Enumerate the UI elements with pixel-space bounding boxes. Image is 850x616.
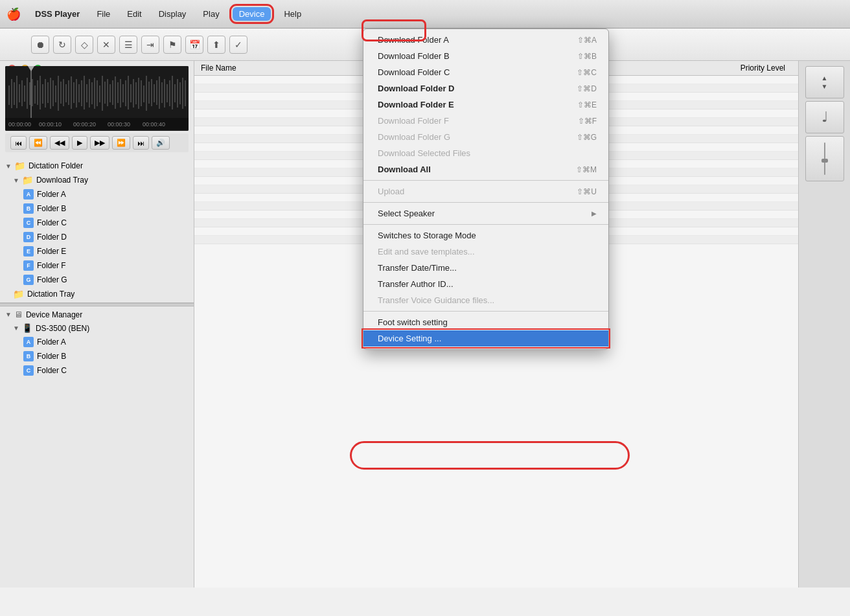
menu-download-folder-a[interactable]: Download Folder A ⇧⌘A xyxy=(363,32,608,48)
menu-download-folder-b[interactable]: Download Folder B ⇧⌘B xyxy=(363,48,608,64)
menu-select-speaker-arrow: ▶ xyxy=(592,210,597,217)
menu-download-folder-g: Download Folder G ⇧⌘G xyxy=(363,129,608,145)
menu-download-folder-a-label: Download Folder A xyxy=(378,35,449,45)
menu-download-folder-b-shortcut: ⇧⌘B xyxy=(577,52,597,61)
menu-download-folder-c-shortcut: ⇧⌘C xyxy=(577,68,597,77)
menu-download-all[interactable]: Download All ⇧⌘M xyxy=(363,161,608,177)
dropdown-overlay: Download Folder A ⇧⌘A Download Folder B … xyxy=(0,0,850,616)
menu-transfer-datetime-label: Transfer Date/Time... xyxy=(378,263,457,273)
menu-transfer-author[interactable]: Transfer Author ID... xyxy=(363,276,608,292)
menu-download-selected-files-label: Download Selected Files xyxy=(378,148,470,158)
menu-download-folder-e-shortcut: ⇧⌘E xyxy=(577,100,597,109)
menu-upload: Upload ⇧⌘U xyxy=(363,183,608,200)
device-dropdown-menu: Download Folder A ⇧⌘A Download Folder B … xyxy=(363,29,609,350)
menu-sep-4 xyxy=(363,311,608,312)
menu-edit-templates: Edit and save templates... xyxy=(363,244,608,260)
menu-transfer-voice: Transfer Voice Guidance files... xyxy=(363,292,608,308)
menu-download-all-shortcut: ⇧⌘M xyxy=(576,165,597,174)
menu-download-folder-c-label: Download Folder C xyxy=(378,67,450,77)
menu-download-folder-f-label: Download Folder F xyxy=(378,116,449,126)
menu-download-folder-g-label: Download Folder G xyxy=(378,132,450,142)
menu-sep-1 xyxy=(363,180,608,181)
menu-edit-templates-label: Edit and save templates... xyxy=(378,247,475,257)
menu-download-all-label: Download All xyxy=(378,165,431,174)
menu-sep-3 xyxy=(363,224,608,225)
menu-sep-2 xyxy=(363,202,608,203)
menu-download-folder-a-shortcut: ⇧⌘A xyxy=(577,36,597,45)
menu-download-folder-d-shortcut: ⇧⌘D xyxy=(577,84,597,93)
menu-transfer-datetime[interactable]: Transfer Date/Time... xyxy=(363,260,608,276)
menu-foot-switch[interactable]: Foot switch setting xyxy=(363,314,608,330)
menu-select-speaker[interactable]: Select Speaker ▶ xyxy=(363,205,608,222)
menu-select-speaker-label: Select Speaker xyxy=(378,209,435,218)
menu-download-folder-e-label: Download Folder E xyxy=(378,100,454,109)
menu-storage-mode-label: Switches to Storage Mode xyxy=(378,231,476,240)
menu-download-selected-files: Download Selected Files xyxy=(363,145,608,161)
menu-upload-label: Upload xyxy=(378,187,404,196)
menu-download-folder-d[interactable]: Download Folder D ⇧⌘D xyxy=(363,80,608,97)
menu-transfer-author-label: Transfer Author ID... xyxy=(378,279,454,289)
menu-device-setting[interactable]: Device Setting ... xyxy=(363,330,608,347)
menu-download-folder-f-shortcut: ⇧⌘F xyxy=(578,117,597,126)
menu-download-folder-e[interactable]: Download Folder E ⇧⌘E xyxy=(363,97,608,113)
menu-device-setting-label: Device Setting ... xyxy=(378,334,441,343)
menu-upload-shortcut: ⇧⌘U xyxy=(577,187,597,196)
menu-download-folder-g-shortcut: ⇧⌘G xyxy=(577,133,597,142)
menu-download-folder-f: Download Folder F ⇧⌘F xyxy=(363,113,608,129)
menu-storage-mode[interactable]: Switches to Storage Mode xyxy=(363,227,608,244)
menu-download-folder-d-label: Download Folder D xyxy=(378,84,454,93)
menu-download-folder-c[interactable]: Download Folder C ⇧⌘C xyxy=(363,64,608,80)
menu-transfer-voice-label: Transfer Voice Guidance files... xyxy=(378,295,494,305)
menu-download-folder-b-label: Download Folder B xyxy=(378,51,450,61)
menu-foot-switch-label: Foot switch setting xyxy=(378,317,448,327)
